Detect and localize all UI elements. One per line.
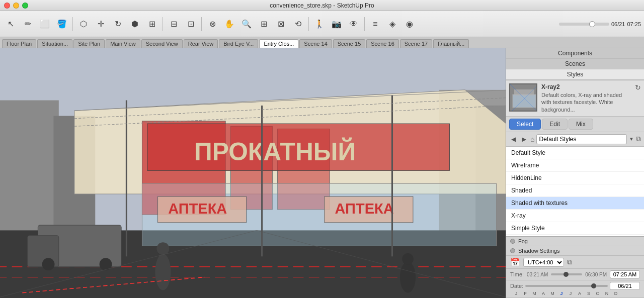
date-row: Date: J F M A M J J A S O [506, 280, 644, 298]
style-item-wireframe[interactable]: Wireframe [506, 159, 644, 172]
nav-forward-arrow[interactable]: ▶ [520, 135, 528, 144]
scene-tab-site-plan[interactable]: Site Plan [73, 39, 105, 48]
panel-nav-scenes[interactable]: Scenes [506, 59, 644, 69]
tape-tool-button[interactable]: ⊞ [144, 16, 159, 32]
zoom-window-tool-button[interactable]: ⊞ [256, 16, 271, 32]
tab-select[interactable]: Select [509, 119, 541, 130]
push-pull-tool-button[interactable]: ⬡ [76, 16, 91, 32]
fog-label: Fog [518, 238, 528, 244]
toolbar-sep-4 [308, 17, 309, 31]
utc-copy-icon[interactable]: ⧉ [567, 258, 572, 266]
scale-tool-button[interactable]: ⬢ [127, 16, 142, 32]
time-field[interactable] [610, 270, 640, 278]
timeline-track[interactable] [559, 23, 609, 26]
month-nov: N [603, 291, 611, 296]
scene-tab-rear-view[interactable]: Rear View [184, 39, 218, 48]
time-end: 06:30 PM [585, 272, 607, 277]
scene-tab-16[interactable]: Scene 16 [366, 39, 398, 48]
style-preview-thumbnail [509, 83, 537, 112]
layers-tool-button[interactable]: ≡ [368, 16, 383, 32]
viewport[interactable]: ПРОКАТНЫЙ АПТЕКА АПТЕКА [0, 48, 506, 298]
shadow-row: Shadow Settings [506, 246, 644, 256]
right-panel: Components Scenes Styles X-ray2 Default … [506, 48, 644, 298]
shadow-indicator[interactable] [510, 248, 515, 253]
tab-mix[interactable]: Mix [569, 119, 593, 130]
position-camera-button[interactable]: 👁 [346, 16, 361, 32]
styles-library-dropdown[interactable]: Default Styles Assorted Styles Color Set… [536, 134, 627, 144]
materials-tool-button[interactable]: ◈ [385, 16, 400, 32]
month-dec: D [612, 291, 620, 296]
style-item-simple[interactable]: Simple Style [506, 222, 644, 235]
move-tool-button[interactable]: ✛ [93, 16, 108, 32]
style-item-shaded-textures[interactable]: Shaded with textures [506, 197, 644, 210]
fog-indicator[interactable] [510, 239, 515, 244]
rotate-tool-button[interactable]: ↻ [110, 16, 125, 32]
toolbar-right: 06/21 07:25 [559, 21, 641, 27]
pencil-tool-button[interactable]: ✏ [20, 16, 35, 32]
date-slider[interactable] [525, 285, 608, 287]
date-label: Date: [510, 283, 523, 289]
section-tool-button[interactable]: ⊟ [166, 16, 181, 32]
walk-tool-button[interactable]: 🚶 [312, 16, 327, 32]
svg-text:АПТЕКА: АПТЕКА [335, 201, 394, 217]
timeline: 06/21 07:25 [559, 21, 641, 27]
time-slider[interactable] [551, 273, 582, 275]
time-label: Time: [510, 271, 524, 277]
scene-tab-17[interactable]: Scene 17 [400, 39, 432, 48]
scene-tab-14[interactable]: Scene 14 [299, 39, 332, 48]
close-button[interactable] [4, 3, 10, 9]
copy-style-icon[interactable]: ⧉ [636, 135, 641, 143]
panel-nav-components[interactable]: Components [506, 48, 644, 59]
utc-dropdown[interactable]: UTC+4:00 [523, 258, 564, 267]
home-icon[interactable]: ⌂ [530, 135, 534, 143]
orbit-tool-button[interactable]: ⊗ [205, 16, 220, 32]
window-title: convenience_store.skp - SketchUp Pro [270, 2, 374, 9]
date-slider-thumb[interactable] [591, 283, 596, 288]
select-tool-button[interactable]: ↖ [3, 16, 18, 32]
style-item-hiddenline[interactable]: HiddenLine [506, 172, 644, 184]
panel-nav-styles[interactable]: Styles [506, 69, 644, 80]
scene-tab-second-view[interactable]: Second View [141, 39, 183, 48]
date-field[interactable] [610, 282, 640, 290]
style-item-shaded[interactable]: Shaded [506, 184, 644, 197]
tab-edit[interactable]: Edit [542, 119, 568, 130]
time-slider-thumb[interactable] [564, 272, 569, 277]
main-area: ПРОКАТНЫЙ АПТЕКА АПТЕКА [0, 48, 644, 298]
style-item-xray[interactable]: X-ray [506, 210, 644, 222]
svg-text:ПРОКАТНЫЙ: ПРОКАТНЫЙ [194, 137, 356, 166]
styles-list[interactable]: Default Style Wireframe HiddenLine Shade… [506, 147, 644, 236]
previous-view-button[interactable]: ⟲ [290, 16, 305, 32]
maximize-button[interactable] [22, 3, 28, 9]
scene-tab-main-view[interactable]: Main View [106, 39, 140, 48]
component-tool-button[interactable]: ⊡ [183, 16, 198, 32]
svg-rect-1 [0, 101, 59, 246]
styles-tool-button[interactable]: ◉ [402, 16, 417, 32]
month-apr: A [539, 291, 547, 296]
dropdown-arrow-icon: ▼ [629, 136, 634, 142]
scene-tab-situation[interactable]: Situation... [37, 39, 72, 48]
scene-tab-main-ru[interactable]: Главный... [433, 39, 469, 48]
panel-nav: Components Scenes Styles [506, 48, 644, 80]
nav-back-arrow[interactable]: ◀ [509, 135, 518, 144]
month-aug: A [576, 291, 584, 296]
scene-tab-bird-eye[interactable]: Bird Eye V... [219, 39, 258, 48]
svg-point-27 [42, 258, 55, 270]
scene-tab-entry-close[interactable]: Entry Clos... [259, 39, 298, 48]
month-jun: J [557, 291, 566, 296]
paint-tool-button[interactable]: 🪣 [54, 16, 69, 32]
scene-tab-15[interactable]: Scene 15 [333, 39, 365, 48]
main-toolbar: ↖ ✏ ⬜ 🪣 ⬡ ✛ ↻ ⬢ ⊞ ⊟ ⊡ ⊗ ✋ 🔍 ⊞ ⊠ ⟲ 🚶 📷 👁 … [0, 11, 644, 37]
month-jul: J [567, 291, 575, 296]
eraser-tool-button[interactable]: ⬜ [37, 16, 52, 32]
style-item-default[interactable]: Default Style [506, 147, 644, 159]
zoom-extents-tool-button[interactable]: ⊠ [273, 16, 288, 32]
timeline-thumb[interactable] [589, 21, 595, 27]
scene-tab-floor-plan[interactable]: Floor Plan [2, 39, 36, 48]
calendar-icon[interactable]: 📅 [510, 257, 520, 267]
months-row: J F M A M J J A S O N D [510, 291, 622, 296]
update-style-icon[interactable]: ↻ [635, 83, 641, 91]
pan-tool-button[interactable]: ✋ [222, 16, 237, 32]
zoom-tool-button[interactable]: 🔍 [239, 16, 254, 32]
minimize-button[interactable] [13, 3, 19, 9]
camera-tool-button[interactable]: 📷 [329, 16, 344, 32]
